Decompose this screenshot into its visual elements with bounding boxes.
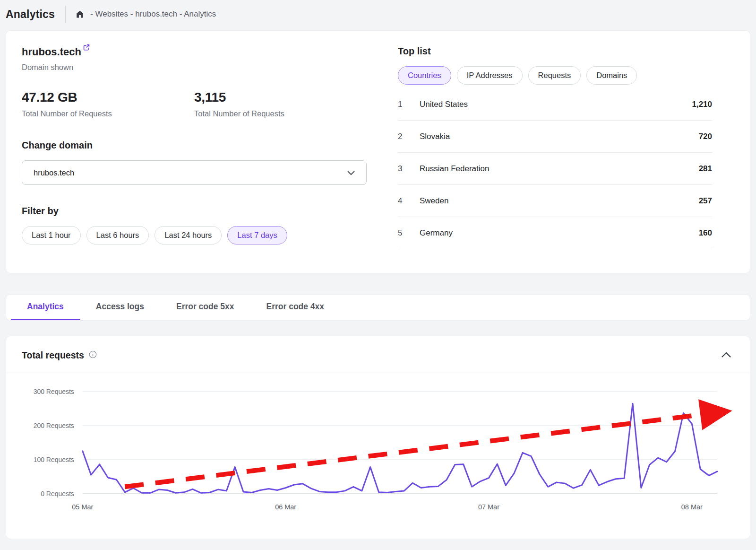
country-name: Sweden bbox=[420, 196, 699, 206]
top-list-tabs: CountriesIP AddressesRequestsDomains bbox=[398, 66, 712, 85]
rank: 3 bbox=[398, 164, 420, 174]
rank: 1 bbox=[398, 100, 420, 109]
overview-left-column: hrubos.tech Domain shown 47.12 GB Total … bbox=[22, 46, 367, 249]
stat-requests: 3,115 Total Number of Requests bbox=[194, 90, 367, 118]
filter-pill-last-24-hours[interactable]: Last 24 hours bbox=[155, 226, 222, 244]
country-name: United States bbox=[420, 100, 692, 109]
tab-analytics[interactable]: Analytics bbox=[11, 295, 80, 320]
request-count: 257 bbox=[699, 196, 712, 206]
chevron-down-icon bbox=[347, 168, 355, 177]
rank: 5 bbox=[398, 228, 420, 238]
overview-card: hrubos.tech Domain shown 47.12 GB Total … bbox=[6, 30, 750, 273]
external-link-icon[interactable] bbox=[83, 44, 90, 52]
x-tick-label: 06 Mar bbox=[275, 503, 296, 511]
top-list-tab-domains[interactable]: Domains bbox=[586, 66, 637, 85]
top-list-tab-requests[interactable]: Requests bbox=[528, 66, 581, 85]
stat-bandwidth-label: Total Number of Requests bbox=[22, 109, 194, 118]
chart-card: Total requests 0 Requests100 Requests200… bbox=[6, 336, 750, 539]
change-domain-heading: Change domain bbox=[22, 140, 367, 151]
breadcrumb: - Websites - hrubos.tech - Analytics bbox=[90, 9, 216, 19]
domain-select-value: hrubos.tech bbox=[34, 168, 74, 177]
y-tick-label: 200 Requests bbox=[34, 422, 74, 429]
request-count: 720 bbox=[699, 132, 712, 141]
request-count: 281 bbox=[699, 164, 712, 174]
x-tick-label: 08 Mar bbox=[681, 503, 703, 511]
filter-pills: Last 1 hourLast 6 hoursLast 24 hoursLast… bbox=[22, 226, 367, 244]
domain-title: hrubos.tech bbox=[22, 46, 81, 58]
domain-caption: Domain shown bbox=[22, 63, 367, 72]
filter-pill-last-1-hour[interactable]: Last 1 hour bbox=[22, 226, 81, 244]
x-tick-label: 05 Mar bbox=[72, 503, 93, 511]
top-list: 1United States1,2102Slovakia7203Russian … bbox=[398, 88, 712, 249]
top-list-tab-countries[interactable]: Countries bbox=[398, 66, 451, 85]
request-count: 1,210 bbox=[692, 100, 712, 109]
tab-error-code-5xx[interactable]: Error code 5xx bbox=[160, 295, 250, 320]
request-count: 160 bbox=[699, 228, 712, 238]
top-list-column: Top list CountriesIP AddressesRequestsDo… bbox=[398, 46, 712, 249]
collapse-button[interactable] bbox=[718, 349, 734, 361]
section-tabs: AnalyticsAccess logsError code 5xxError … bbox=[6, 294, 750, 321]
stat-requests-value: 3,115 bbox=[194, 90, 367, 105]
tab-access-logs[interactable]: Access logs bbox=[80, 295, 160, 320]
stats-row: 47.12 GB Total Number of Requests 3,115 … bbox=[22, 90, 367, 118]
country-name: Germany bbox=[420, 228, 699, 238]
x-tick-label: 07 Mar bbox=[478, 503, 499, 511]
stat-requests-label: Total Number of Requests bbox=[194, 109, 367, 118]
y-tick-label: 100 Requests bbox=[34, 456, 74, 463]
top-list-row-united-states: 1United States1,210 bbox=[398, 88, 712, 121]
rank: 2 bbox=[398, 132, 420, 141]
filter-heading: Filter by bbox=[22, 206, 367, 217]
top-list-row-russian-federation: 3Russian Federation281 bbox=[398, 153, 712, 185]
page: { "header": { "title": "Analytics", "bre… bbox=[0, 0, 756, 550]
stat-bandwidth: 47.12 GB Total Number of Requests bbox=[22, 90, 194, 118]
home-icon[interactable] bbox=[75, 9, 85, 19]
top-list-heading: Top list bbox=[398, 46, 712, 57]
top-list-tab-ip-addresses[interactable]: IP Addresses bbox=[457, 66, 523, 85]
domain-select[interactable]: hrubos.tech bbox=[22, 160, 367, 185]
rank: 4 bbox=[398, 196, 420, 206]
top-list-row-germany: 5Germany160 bbox=[398, 217, 712, 249]
chart-body: 0 Requests100 Requests200 Requests300 Re… bbox=[6, 373, 750, 525]
chart-header: Total requests bbox=[6, 336, 750, 373]
topbar-divider bbox=[65, 6, 66, 23]
requests-line-series bbox=[83, 403, 717, 493]
info-icon[interactable] bbox=[89, 350, 97, 360]
country-name: Russian Federation bbox=[420, 164, 699, 174]
domain-title-row: hrubos.tech bbox=[22, 46, 367, 58]
y-tick-label: 300 Requests bbox=[34, 388, 74, 395]
country-name: Slovakia bbox=[420, 132, 699, 141]
top-list-row-slovakia: 2Slovakia720 bbox=[398, 121, 712, 153]
chevron-up-icon bbox=[721, 352, 731, 359]
stat-bandwidth-value: 47.12 GB bbox=[22, 90, 194, 105]
chart-title: Total requests bbox=[22, 350, 84, 361]
total-requests-chart: 0 Requests100 Requests200 Requests300 Re… bbox=[12, 380, 739, 522]
tab-error-code-4xx[interactable]: Error code 4xx bbox=[250, 295, 341, 320]
filter-pill-last-7-days[interactable]: Last 7 days bbox=[227, 226, 287, 244]
topbar: Analytics - Websites - hrubos.tech - Ana… bbox=[0, 0, 756, 27]
page-title: Analytics bbox=[6, 8, 55, 21]
y-tick-label: 0 Requests bbox=[41, 490, 74, 498]
top-list-row-sweden: 4Sweden257 bbox=[398, 185, 712, 217]
filter-pill-last-6-hours[interactable]: Last 6 hours bbox=[86, 226, 149, 244]
